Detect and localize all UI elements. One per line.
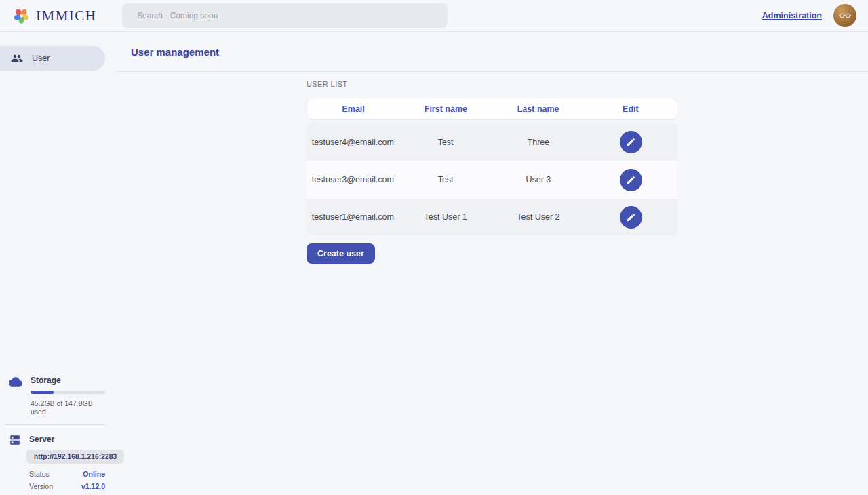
page-title: User management [131,46,219,58]
cell-last-name: Test User 2 [492,212,585,222]
pencil-icon [626,137,636,147]
section-title: USER LIST [307,80,868,89]
server-status-label: Status [29,470,50,478]
storage-title: Storage [31,376,105,385]
main-content: User management USER LIST Email First na… [115,32,868,495]
cell-first-name: Test [399,175,492,184]
user-list-panel: USER LIST Email First name Last name Edi… [115,80,868,264]
create-user-button[interactable]: Create user [307,243,375,264]
server-url-badge: http://192.168.1.216:2283 [26,450,124,464]
edit-user-button[interactable] [620,131,642,153]
cell-edit [585,169,677,191]
glasses-graphic [837,8,852,23]
table-row: testuser3@email.com Test User 3 [307,161,677,198]
sidebar-footer: Storage 45.2GB of 147.8GB used Server ht… [0,374,115,490]
app-body: User Storage 45.2GB of 147.8GB used [0,32,868,495]
storage-progress-fill [31,391,54,394]
cell-email: testuser3@email.com [307,175,399,184]
storage-usage-text: 45.2GB of 147.8GB used [31,399,105,416]
server-version-label: Version [29,482,53,490]
column-header-email: Email [307,104,399,114]
server-content: Server http://192.168.1.216:2283 Status … [29,433,105,490]
page-header: User management [115,32,868,72]
storage-progress-bar [31,391,105,394]
edit-user-button[interactable] [620,169,642,191]
cloud-icon [9,375,22,389]
cell-edit [585,131,677,153]
pencil-icon [626,212,636,222]
pencil-icon [626,175,636,185]
cell-edit [585,206,677,229]
user-table-body: testuser4@email.com Test Three testuser3… [307,123,677,235]
user-table-header: Email First name Last name Edit [307,98,677,120]
sidebar: User Storage 45.2GB of 147.8GB used [0,32,115,495]
search-input[interactable] [122,3,448,28]
cell-email: testuser4@email.com [307,138,399,147]
column-header-first-name: First name [399,104,492,114]
server-status-row: Status Online [29,470,105,478]
storage-content: Storage 45.2GB of 147.8GB used [31,374,105,416]
edit-user-button[interactable] [620,206,642,229]
sidebar-item-user-label: User [32,54,50,63]
sidebar-divider [5,424,105,425]
search-bar [122,3,448,28]
column-header-last-name: Last name [492,104,585,114]
table-row: testuser4@email.com Test Three [307,123,677,161]
cell-first-name: Test User 1 [399,212,492,222]
server-section: Server http://192.168.1.216:2283 Status … [0,433,115,490]
cell-last-name: User 3 [492,175,585,184]
column-header-edit: Edit [585,104,677,114]
cell-email: testuser1@email.com [307,212,399,222]
cell-last-name: Three [492,138,585,147]
user-avatar[interactable] [833,4,856,27]
storage-section: Storage 45.2GB of 147.8GB used [0,374,115,416]
immich-flower-logo-icon [12,7,31,25]
server-version-value: v1.12.0 [81,482,105,490]
server-version-row: Version v1.12.0 [29,482,105,490]
server-status-value: Online [83,470,105,478]
sidebar-item-user[interactable]: User [0,46,105,71]
table-row: testuser1@email.com Test User 1 Test Use… [307,198,677,235]
administration-link[interactable]: Administration [762,11,822,20]
brand[interactable]: IMMICH [12,7,97,25]
brand-name: IMMICH [36,7,97,24]
cell-first-name: Test [399,138,492,147]
users-icon [11,52,23,64]
app-header: IMMICH Administration [0,0,868,32]
server-title: Server [29,435,105,444]
dns-server-icon [9,434,21,446]
